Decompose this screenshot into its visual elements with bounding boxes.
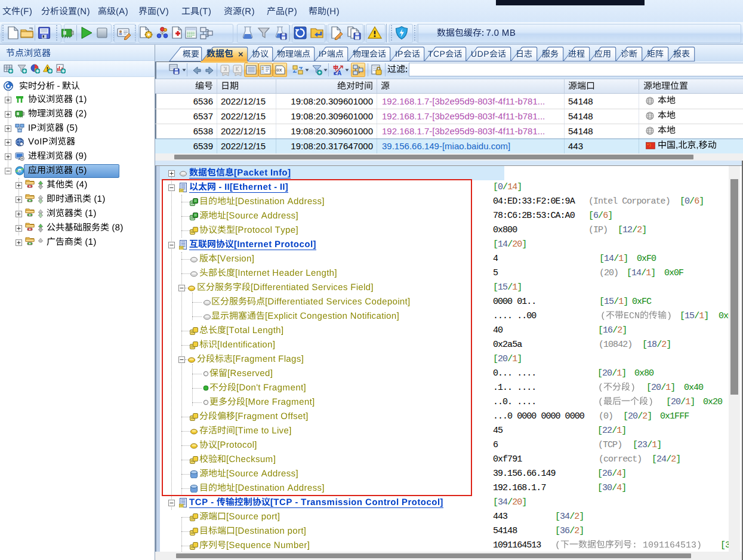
svg-text:0X: 0X	[276, 67, 282, 73]
svg-text:w: w	[17, 169, 21, 173]
